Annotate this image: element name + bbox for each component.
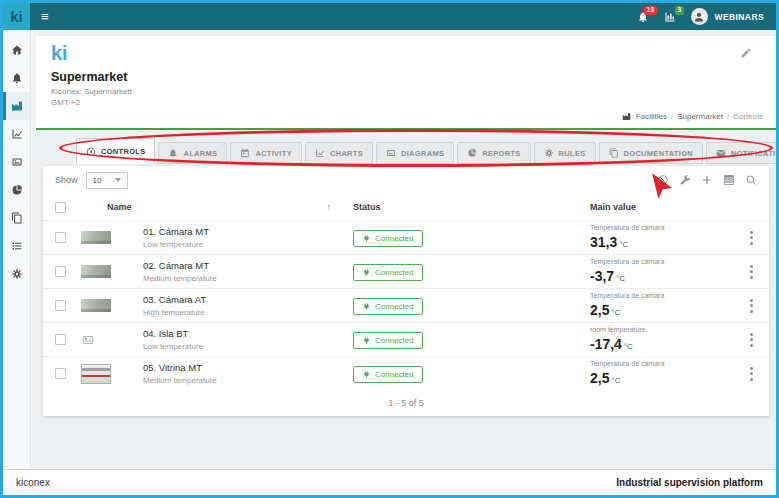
footer: kiconex Industrial supervision platform — [3, 469, 776, 495]
plug-icon — [362, 268, 371, 277]
tab-label: REPORTS — [482, 149, 520, 158]
column-header-name[interactable]: Name — [107, 202, 132, 212]
chevron-down-icon — [115, 178, 121, 182]
breadcrumb-supermarket[interactable]: Supermarket — [677, 112, 723, 121]
device-name: 02. Cámara MT — [143, 260, 353, 271]
columns-chart-icon — [664, 11, 676, 23]
row-menu-button[interactable] — [746, 261, 757, 283]
brand-logo[interactable]: ki — [3, 3, 30, 30]
select-all-checkbox[interactable] — [55, 202, 66, 213]
tab-documentation[interactable]: DOCUMENTATION — [599, 142, 703, 164]
table-row[interactable]: 05. Vitrina MT Medium temperature Connec… — [43, 356, 769, 390]
top-bar: ki ≡ 13 3 WEBINARS — [3, 3, 776, 30]
plug-icon — [362, 370, 371, 379]
row-checkbox[interactable] — [55, 232, 66, 243]
tab-notifications[interactable]: NOTIFICATIONS — [706, 142, 779, 164]
row-menu-button[interactable] — [746, 295, 757, 317]
page-size-select[interactable]: 10 — [86, 172, 128, 189]
sidebar-item-settings[interactable] — [3, 260, 30, 288]
value-number: 2,5 — [590, 302, 609, 318]
avatar[interactable] — [691, 8, 708, 25]
column-header-status[interactable]: Status — [353, 202, 590, 212]
device-subtitle: Low temperature — [143, 240, 353, 249]
device-subtitle: Low temperature — [143, 342, 353, 351]
charts-badge: 3 — [675, 6, 684, 16]
ban-icon — [657, 174, 669, 186]
footer-brand: kiconex — [16, 477, 50, 488]
sidebar-item-reports[interactable] — [3, 176, 30, 204]
table-view-button[interactable] — [723, 174, 735, 186]
line-chart-icon — [315, 148, 325, 158]
device-thumbnail[interactable] — [81, 231, 111, 244]
sidebar-item-diagrams[interactable] — [3, 148, 30, 176]
device-name: 03. Cámara AT — [143, 294, 353, 305]
tab-controls[interactable]: CONTROLS — [76, 138, 155, 164]
user-menu-label[interactable]: WEBINARS — [715, 12, 764, 22]
facility-timezone: GMT +2 — [51, 98, 80, 107]
status-badge: Connected — [353, 366, 423, 383]
charts-shortcut-button[interactable]: 3 — [664, 11, 676, 23]
controls-table-card: Show 10 Name ↑ Status Main value — [43, 166, 769, 416]
tab-reports[interactable]: REPORTS — [457, 142, 530, 164]
tab-activity[interactable]: ACTIVITY — [230, 142, 302, 164]
sidebar-item-charts[interactable] — [3, 120, 30, 148]
row-checkbox[interactable] — [55, 300, 66, 311]
device-name: 01. Cámara MT — [143, 226, 353, 237]
device-subtitle: Medium temperature — [143, 376, 353, 385]
breadcrumb-facilities[interactable]: Facilities — [636, 112, 667, 121]
gears-icon — [544, 148, 554, 158]
sort-ascending-icon[interactable]: ↑ — [327, 202, 332, 212]
sidebar-item-list[interactable] — [3, 232, 30, 260]
table-toolbar: Show 10 — [43, 166, 769, 194]
column-header-main-value[interactable]: Main value — [590, 202, 733, 212]
sidebar-item-home[interactable] — [3, 36, 30, 64]
breadcrumb-separator: / — [671, 112, 673, 121]
status-text: Connected — [375, 302, 414, 311]
sidebar — [3, 30, 31, 469]
table-row[interactable]: 02. Cámara MT Medium temperature Connect… — [43, 254, 769, 288]
status-text: Connected — [375, 370, 414, 379]
image-icon — [11, 156, 23, 168]
row-checkbox[interactable] — [55, 368, 66, 379]
tools-button[interactable] — [679, 174, 691, 186]
device-thumbnail[interactable] — [81, 299, 111, 312]
edit-facility-button[interactable] — [740, 47, 752, 59]
row-checkbox[interactable] — [55, 334, 66, 345]
bell-icon — [168, 148, 178, 158]
status-text: Connected — [375, 234, 414, 243]
row-checkbox[interactable] — [55, 266, 66, 277]
table-row[interactable]: 03. Cámara AT High temperature Connected… — [43, 288, 769, 322]
breadcrumb-controls[interactable]: Controls — [733, 112, 763, 121]
sidebar-item-documentation[interactable] — [3, 204, 30, 232]
topbar-actions: 13 3 WEBINARS — [637, 8, 776, 25]
device-name: 04. Isla BT — [143, 328, 353, 339]
row-menu-button[interactable] — [746, 329, 757, 351]
value-number: 2,5 — [590, 370, 609, 386]
broken-image-icon[interactable] — [81, 333, 95, 347]
row-menu-button[interactable] — [746, 227, 757, 249]
factory-icon — [11, 100, 23, 112]
sidebar-item-facilities[interactable] — [3, 92, 30, 120]
tab-alarms[interactable]: ALARMS — [158, 142, 227, 164]
table-row[interactable]: 04. Isla BT Low temperature Connected ro… — [43, 322, 769, 356]
plug-icon — [362, 302, 371, 311]
device-thumbnail[interactable] — [81, 265, 111, 278]
device-thumbnail[interactable] — [81, 364, 111, 384]
pencil-icon — [740, 47, 752, 59]
tab-charts[interactable]: CHARTS — [305, 142, 373, 164]
tab-rules[interactable]: RULES — [534, 142, 596, 164]
table-row[interactable]: 01. Cámara MT Low temperature Connected … — [43, 220, 769, 254]
disable-button[interactable] — [657, 174, 669, 186]
hamburger-icon[interactable]: ≡ — [41, 10, 49, 23]
alerts-bell-button[interactable]: 13 — [637, 11, 649, 23]
add-button[interactable] — [701, 174, 713, 186]
row-menu-button[interactable] — [746, 363, 757, 385]
status-badge: Connected — [353, 332, 423, 349]
person-icon — [693, 11, 705, 23]
search-button[interactable] — [745, 174, 757, 186]
tab-diagrams[interactable]: DIAGRAMS — [376, 142, 454, 164]
sidebar-item-alarms[interactable] — [3, 64, 30, 92]
device-name: 05. Vitrina MT — [143, 362, 353, 373]
tab-label: ALARMS — [183, 149, 217, 158]
tab-label: DOCUMENTATION — [624, 149, 693, 158]
